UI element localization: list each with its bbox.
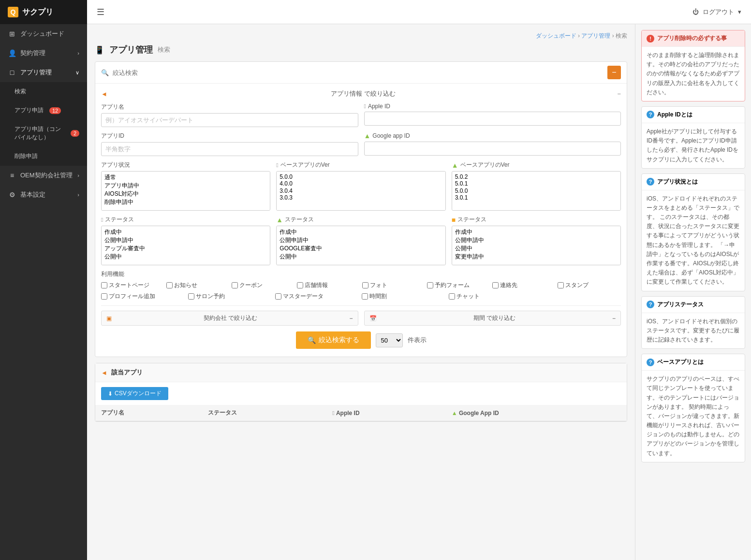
chevron-icon: › [77,172,79,178]
phone-icon: 📱 [95,45,104,55]
ios-status-label:  ステータス [101,215,270,224]
android-icon2: ▲ [452,161,458,169]
filter-collapse-button[interactable]: − [617,90,621,98]
results-title: 該当アプリ [111,368,143,377]
period-filter: 📅 期間 で絞り込む − [364,311,621,326]
sidebar-item-delete-apply[interactable]: 削除申請 [0,147,87,166]
filter-label: アプリ情報 で絞り込む [331,89,396,98]
feature-salon: サロン予約 [188,292,273,301]
android-base-ver-select[interactable]: 5.0.2 5.0.1 5.0.0 3.0.1 [452,172,620,210]
apple-icon:  [364,103,366,110]
feature-contact-checkbox[interactable] [492,282,499,288]
filter-icon: ◄ [101,90,107,98]
breadcrumb-apps[interactable]: アプリ管理 [581,32,610,39]
app-apply-badge: 12 [49,107,61,114]
feature-startpage-checkbox[interactable] [101,282,107,288]
app-status-label: アプリ状況 [101,161,270,169]
feature-store-checkbox[interactable] [297,282,303,288]
q-icon-3: ? [647,301,654,308]
search-button[interactable]: 🔍 絞込検索する [296,331,371,349]
apple-id-label:  Apple ID [364,103,621,110]
feature-chat-checkbox[interactable] [449,293,455,300]
logo-text: サクプリ [22,7,53,17]
right-panel: ! アプリ削除時の必ずする事 そのまま削除すると論理削除されます。その時どの会社… [635,24,751,560]
sidebar-item-settings[interactable]: ⚙ 基本設定 › [0,185,87,204]
contract-filter-header[interactable]: ▣ 契約会社 で絞り込む − [101,311,358,326]
app-name-field: アプリ名 [101,103,358,127]
menu-icon[interactable]: ☰ [97,7,104,17]
results-csv-row: ⬇ CSVダウンロード [95,382,627,405]
feature-master-checkbox[interactable] [275,293,281,300]
app-compile-badge: 2 [71,130,79,137]
sidebar-item-app-apply[interactable]: アプリ申請 12 [0,101,87,120]
app-id-label: アプリID [101,132,358,140]
info1-body: Apple社がアプリに対して付与するID番号です。AppleにアプリID申請した… [642,123,745,168]
search-actions: 🔍 絞込検索する 50 100 200 件表示 [101,326,621,351]
logout-button[interactable]: ⏻ ログアウト ▾ [692,8,741,16]
apple-id-input[interactable] [364,112,621,126]
feature-contact: 連絡先 [492,281,556,289]
feature-profile-checkbox[interactable] [101,293,107,300]
csv-download-button[interactable]: ⬇ CSVダウンロード [101,387,168,400]
sidebar-item-label: 基本設定 [20,190,45,199]
ios-base-ver-select[interactable]: 5.0.0 4.0.0 3.0.4 3.0.3 [277,172,445,210]
breadcrumb-home[interactable]: ダッシュボード [536,32,576,39]
csv-icon: ⬇ [108,390,113,397]
android-base-ver-label: ▲ ベースアプリのVer [452,161,621,169]
filter-row-3: アプリ状況 通常 アプリ申請中 AIOSL対応中 削除申請中 [101,161,621,211]
ios-status-select[interactable]: 作成中 公開申請中 アップル審査中 公開中 [102,226,270,265]
feature-photo: フォト [362,281,426,289]
app-name-input[interactable] [101,113,358,127]
android-base-ver-select-box: 5.0.2 5.0.1 5.0.0 3.0.1 [452,171,621,211]
app-id-input[interactable] [101,142,358,156]
android-icon: ▲ [364,132,371,140]
feature-news-checkbox[interactable] [166,282,173,288]
feature-reservation-checkbox[interactable] [427,282,433,288]
sidebar-item-label: 検索 [15,87,26,96]
google-app-id-input[interactable] [364,142,621,156]
sidebar-item-search[interactable]: 検索 [0,82,87,101]
sidebar-item-label: 削除申請 [15,152,38,160]
search-collapse-button[interactable]: − [607,66,621,79]
android-status-select[interactable]: 作成中 公開申請中 GOOGLE審査中 公開中 [277,226,445,265]
results-section: ◄ 該当アプリ ⬇ CSVダウンロード アプリ名 ステータス [95,363,627,422]
q-icon-4: ? [647,359,654,366]
android-icon3: ▲ [276,216,283,224]
table-header-row: アプリ名 ステータス  Apple ID ▲ Google App ID [95,405,627,421]
col-status: ステータス [202,405,326,421]
ios-base-ver-field:  ベースアプリのVer 5.0.0 4.0.0 3.0.4 3.0.3 [276,161,445,211]
feature-photo-checkbox[interactable] [362,282,368,288]
power-icon: ⏻ [692,8,699,15]
sidebar-item-app-compile[interactable]: アプリ申請（コンパイルなし） 2 [0,120,87,147]
feature-coupon: クーポン [232,281,295,289]
feature-coupon-checkbox[interactable] [232,282,238,288]
search-input[interactable] [113,69,604,76]
info2-header: ? アプリ状況とは [642,174,745,190]
feature-stamp: スタンプ [558,281,621,289]
ios-status-select-box: 作成中 公開申請中 アップル審査中 公開中 [101,226,270,265]
dropdown-icon: ▾ [738,8,741,15]
topbar-left: ☰ [97,7,104,17]
content-area: ダッシュボード › アプリ管理 › 検索 📱 アプリ管理 検索 🔍 − [87,24,751,560]
sidebar-item-dashboard[interactable]: ⊞ ダッシュボード [0,24,87,43]
amazon-status-select-box: 作成中 公開申請中 公開中 変更申請中 [452,226,621,265]
sidebar-item-contracts[interactable]: 👤 契約管理 › [0,43,87,63]
feature-timetable-checkbox[interactable] [362,293,368,300]
info4-title: ベースアプリとは [657,358,704,366]
android-icon-col: ▲ [452,410,457,416]
feature-salon-checkbox[interactable] [188,293,194,300]
period-filter-header[interactable]: 📅 期間 で絞り込む − [364,311,621,326]
search-button-label: 絞込検索する [319,336,359,345]
q-icon-1: ? [647,111,654,118]
feature-store: 店舗情報 [297,281,360,289]
app-status-select[interactable]: 通常 アプリ申請中 AIOSL対応中 削除申請中 [102,172,270,210]
warn-icon: ! [647,35,654,43]
apple-icon3:  [101,216,103,223]
feature-stamp-checkbox[interactable] [558,282,564,288]
sidebar-item-oem[interactable]: ≡ OEM契約会社管理 › [0,166,87,185]
sidebar-item-apps[interactable]: □ アプリ管理 ∨ [0,63,87,82]
android-status-select-box: 作成中 公開申請中 GOOGLE審査中 公開中 [276,226,445,265]
amazon-status-select[interactable]: 作成中 公開申請中 公開中 変更申請中 [452,226,620,265]
count-select[interactable]: 50 100 200 [376,333,403,347]
person-icon: 👤 [8,49,16,57]
